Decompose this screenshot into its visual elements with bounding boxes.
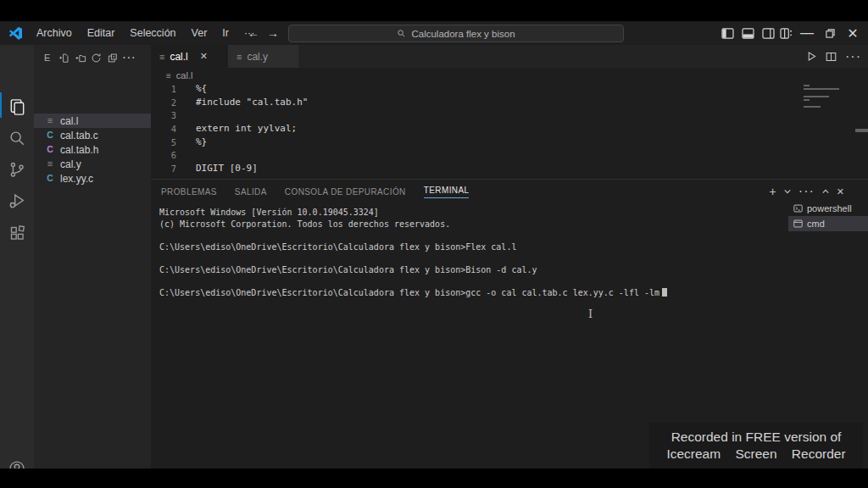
- terminal-item-powershell[interactable]: powershell: [788, 201, 868, 216]
- close-panel-icon[interactable]: ✕: [837, 186, 844, 197]
- letterbox-top: [0, 0, 868, 21]
- panel-more-actions-icon[interactable]: ···: [798, 184, 815, 199]
- menu-seleccion[interactable]: Selección: [122, 27, 183, 39]
- editor-more-actions-icon[interactable]: ···: [845, 49, 861, 64]
- extensions-icon[interactable]: [0, 219, 34, 247]
- scrollbar-thumb[interactable]: [855, 129, 868, 132]
- terminal-dropdown-icon[interactable]: [784, 188, 791, 195]
- line-number: 3: [151, 110, 176, 120]
- lex-file-icon: ≡: [166, 71, 171, 80]
- editor-actions: ···: [806, 45, 861, 68]
- terminal-output[interactable]: Microsoft Windows [Versión 10.0.19045.33…: [159, 208, 667, 299]
- code-line: 1%{: [151, 82, 868, 96]
- terminal-line: [159, 253, 667, 265]
- file-item-cal-l[interactable]: ≡ cal.l: [34, 114, 151, 128]
- terminal-line: C:\Users\ediso\OneDrive\Escritorio\Calcu…: [159, 242, 667, 254]
- search-icon: [397, 29, 406, 38]
- editor-tabstrip: ≡ cal.l ✕ ≡ cal.y ···: [151, 45, 868, 68]
- vscode-logo-icon: [8, 26, 22, 40]
- terminal-line: Microsoft Windows [Versión 10.0.19045.33…: [159, 208, 667, 219]
- new-folder-icon[interactable]: [72, 50, 88, 65]
- line-number: 4: [151, 124, 176, 134]
- terminal-cursor: [662, 288, 667, 297]
- recorder-watermark: Recorded in FREE version of Icecream Scr…: [649, 423, 863, 469]
- code-line: 6: [151, 148, 868, 162]
- command-center-label: Calculadora flex y bison: [411, 29, 515, 39]
- tab-label: cal.l: [170, 51, 187, 63]
- panel-actions: + ··· ✕: [770, 182, 844, 201]
- new-file-icon[interactable]: [56, 50, 72, 65]
- code-line: 7DIGIT [0-9]: [151, 162, 868, 175]
- run-debug-icon[interactable]: [0, 186, 34, 215]
- nav-forward-icon[interactable]: →: [267, 21, 279, 45]
- code-line: 3: [151, 108, 868, 122]
- command-center[interactable]: Calculadora flex y bison: [288, 25, 624, 42]
- file-item-cal-tab-c[interactable]: C cal.tab.c: [34, 128, 151, 142]
- tab-terminal[interactable]: TERMINAL: [424, 186, 470, 198]
- terminal-line: (c) Microsoft Corporation. Todos los der…: [159, 219, 667, 231]
- terminal-line: [159, 276, 667, 288]
- nav-back-icon[interactable]: ←: [248, 21, 259, 45]
- explorer-header: E ···: [34, 48, 151, 67]
- breadcrumb[interactable]: ≡ cal.l: [151, 68, 868, 83]
- terminal-list: powershell cmd: [788, 201, 868, 231]
- activity-bar: ⚙: [0, 45, 34, 469]
- run-file-icon[interactable]: [806, 51, 817, 62]
- maximize-panel-icon[interactable]: [822, 188, 829, 195]
- split-editor-icon[interactable]: [826, 52, 837, 62]
- file-name: cal.l: [60, 115, 78, 127]
- menubar: Archivo Editar Selección Ver Ir ···: [29, 21, 262, 45]
- restore-button[interactable]: [820, 21, 840, 45]
- new-terminal-icon[interactable]: +: [770, 185, 776, 198]
- file-item-lex-yy-c[interactable]: C lex.yy.c: [34, 171, 151, 186]
- tab-salida[interactable]: SALIDA: [235, 187, 267, 197]
- cmd-icon: [793, 219, 803, 228]
- explorer-more-actions-icon[interactable]: ···: [120, 50, 136, 65]
- menu-archivo[interactable]: Archivo: [29, 27, 80, 39]
- letterbox-bottom: [0, 469, 868, 488]
- terminal-item-label: powershell: [807, 203, 852, 214]
- source-control-icon[interactable]: [0, 155, 34, 184]
- line-number: 5: [151, 137, 176, 147]
- close-window-button[interactable]: ✕: [843, 21, 863, 45]
- ibeam-mouse-cursor: I: [588, 308, 593, 320]
- yacc-file-icon: ≡: [236, 52, 242, 62]
- lex-file-icon: ≡: [159, 52, 164, 62]
- toggle-sidebar-icon[interactable]: [717, 21, 737, 45]
- tab-cal-l[interactable]: ≡ cal.l ✕: [151, 45, 227, 68]
- h-file-icon: C: [44, 145, 56, 154]
- breadcrumb-label: cal.l: [176, 70, 193, 80]
- menu-ir[interactable]: Ir: [214, 27, 236, 39]
- minimize-button[interactable]: —: [797, 21, 817, 45]
- explorer-icon[interactable]: [0, 92, 34, 121]
- titlebar: Archivo Editar Selección Ver Ir ··· ← → …: [0, 21, 868, 45]
- code-line: 4extern int yylval;: [151, 122, 868, 136]
- tab-close-icon[interactable]: ✕: [200, 51, 208, 62]
- file-name: cal.tab.c: [60, 130, 98, 141]
- tab-label: cal.y: [247, 51, 268, 63]
- file-name: cal.tab.h: [60, 144, 98, 156]
- tab-problemas[interactable]: PROBLEMAS: [161, 187, 217, 197]
- collapse-folders-icon[interactable]: [104, 50, 120, 65]
- watermark-line2: Icecream Screen Recorder: [649, 446, 863, 463]
- yacc-file-icon: ≡: [44, 159, 56, 169]
- explorer-header-label: E: [44, 53, 50, 63]
- minimap[interactable]: [804, 85, 851, 109]
- refresh-icon[interactable]: [88, 50, 104, 65]
- line-number: 1: [151, 84, 176, 94]
- menu-editar[interactable]: Editar: [80, 27, 123, 39]
- code-editor[interactable]: 1%{ 2#include "cal.tab.h" 3 4extern int …: [151, 82, 868, 179]
- customize-layout-icon[interactable]: [776, 21, 796, 45]
- search-view-icon[interactable]: [0, 124, 34, 152]
- terminal-item-label: cmd: [807, 219, 825, 229]
- tab-cal-y[interactable]: ≡ cal.y: [228, 45, 299, 68]
- screen: Archivo Editar Selección Ver Ir ··· ← → …: [0, 0, 868, 488]
- file-item-cal-y[interactable]: ≡ cal.y: [34, 157, 151, 171]
- terminal-item-cmd[interactable]: cmd: [788, 216, 868, 231]
- menu-ver[interactable]: Ver: [184, 27, 215, 39]
- tab-consola-depuracion[interactable]: CONSOLA DE DEPURACIÓN: [285, 187, 406, 197]
- watermark-line1: Recorded in FREE version of: [649, 429, 863, 446]
- toggle-panel-icon[interactable]: [737, 21, 758, 45]
- file-item-cal-tab-h[interactable]: C cal.tab.h: [34, 142, 151, 157]
- code-line: 2#include "cal.tab.h": [151, 96, 868, 109]
